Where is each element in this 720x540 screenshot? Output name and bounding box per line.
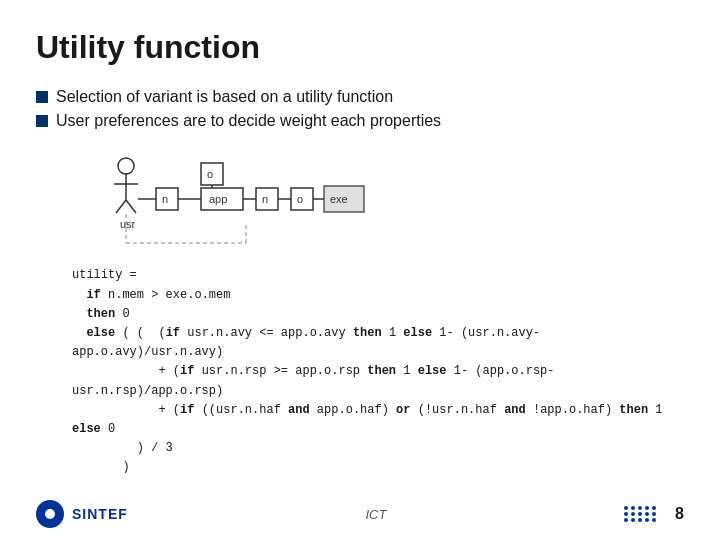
svg-line-4 xyxy=(126,200,136,213)
diagram-area: usr n o app n o exe xyxy=(96,148,684,248)
svg-point-0 xyxy=(118,158,134,174)
code-line-1: utility = xyxy=(72,266,684,285)
code-line-5: + (if usr.n.rsp >= app.o.rsp then 1 else… xyxy=(72,362,684,400)
page-number: 8 xyxy=(675,505,684,523)
code-line-6: + (if ((usr.n.haf and app.o.haf) or (!us… xyxy=(72,401,684,439)
bullet-item-2: User preferences are to decide weight ea… xyxy=(36,112,684,130)
svg-line-3 xyxy=(116,200,126,213)
footer-dot-grid xyxy=(624,506,657,522)
code-line-2: if n.mem > exe.o.mem xyxy=(72,286,684,305)
bullet-icon-1 xyxy=(36,91,48,103)
svg-text:app: app xyxy=(209,193,227,205)
bullet-list: Selection of variant is based on a utili… xyxy=(36,88,684,130)
code-line-3: then 0 xyxy=(72,305,684,324)
footer-right: 8 xyxy=(624,505,684,523)
sintef-logo-inner xyxy=(45,509,55,519)
svg-text:o: o xyxy=(297,193,303,205)
code-line-4: else ( ( (if usr.n.avy <= app.o.avy then… xyxy=(72,324,684,362)
svg-text:n: n xyxy=(262,193,268,205)
footer-center-text: ICT xyxy=(365,507,386,522)
svg-text:o: o xyxy=(207,168,213,180)
footer-logo: SINTEF xyxy=(36,500,128,528)
bullet-icon-2 xyxy=(36,115,48,127)
footer: SINTEF ICT 8 xyxy=(0,500,720,528)
sintef-logo-text: SINTEF xyxy=(72,506,128,522)
utility-code-block: utility = if n.mem > exe.o.mem then 0 el… xyxy=(72,266,684,477)
code-line-7: ) / 3 xyxy=(72,439,684,458)
svg-text:n: n xyxy=(162,193,168,205)
svg-text:exe: exe xyxy=(330,193,348,205)
bullet-item-1: Selection of variant is based on a utili… xyxy=(36,88,684,106)
sintef-logo-circle xyxy=(36,500,64,528)
svg-text:usr: usr xyxy=(120,218,136,230)
diagram-svg: usr n o app n o exe xyxy=(96,148,456,248)
slide-title: Utility function xyxy=(36,28,684,66)
code-line-8: ) xyxy=(72,458,684,477)
slide-container: Utility function Selection of variant is… xyxy=(0,0,720,540)
